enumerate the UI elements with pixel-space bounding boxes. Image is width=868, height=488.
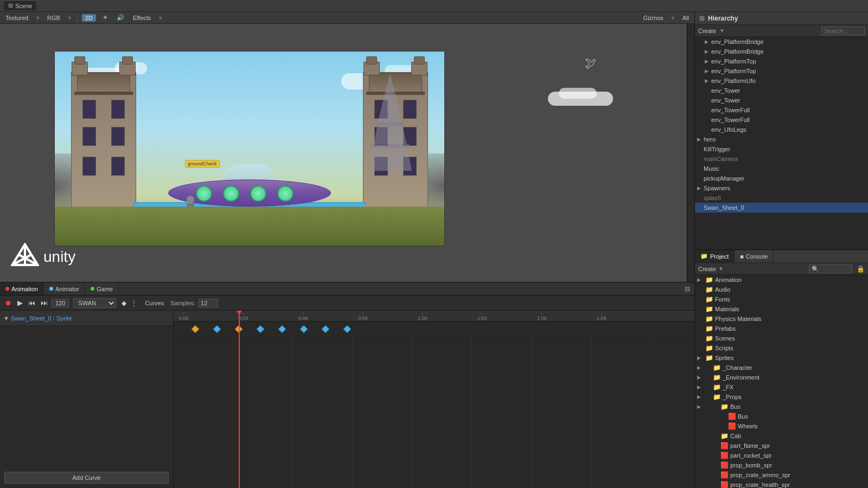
keyframe-4[interactable] xyxy=(278,325,286,332)
add-curve-button[interactable]: Add Curve xyxy=(4,472,169,484)
keyframe-options-btn[interactable]: ⋮ xyxy=(131,299,137,307)
h-item-0[interactable]: ▶ env_PlatformBridge xyxy=(695,37,868,47)
add-keyframe-btn[interactable]: ◆ xyxy=(122,299,126,307)
p-fx[interactable]: ▶ 📁 _FX xyxy=(695,382,868,392)
animation-tab-label: Animation xyxy=(11,286,38,292)
prev-frame-btn[interactable]: ⏮ xyxy=(27,299,37,306)
keyframe-6[interactable] xyxy=(322,325,329,332)
h-item-swan[interactable]: Swan_Sheet_0 xyxy=(695,203,868,213)
rgb-btn[interactable]: RGB xyxy=(45,14,62,22)
h-item-killtrigger[interactable]: KillTrigger xyxy=(695,144,868,154)
tab-animator[interactable]: Animator xyxy=(44,282,85,295)
bus-sprite-icon: 🟥 xyxy=(727,413,736,420)
gizmos-btn[interactable]: Gizmos xyxy=(641,14,666,22)
grid-icon: ⊞ xyxy=(8,2,13,9)
p-bus-sprite[interactable]: 🟥 Bus xyxy=(695,412,868,421)
h-item-spawners[interactable]: ▶ Spawners xyxy=(695,183,868,193)
p-scripts[interactable]: 📁 Scripts xyxy=(695,343,868,353)
p-physics[interactable]: 📁 Physics Materials xyxy=(695,314,868,324)
h-item-4[interactable]: ▶ env_PlatformUfo xyxy=(695,76,868,86)
h-item-2[interactable]: ▶ env_PlatformTop xyxy=(695,56,868,66)
keyframe-7[interactable] xyxy=(343,325,351,332)
p-fonts[interactable]: 📁 Fonts xyxy=(695,294,868,304)
audio-icon[interactable]: 🔊 xyxy=(114,14,126,22)
h-item-7[interactable]: env_TowerFull xyxy=(695,105,868,115)
record-btn[interactable]: ⏺ xyxy=(3,299,14,306)
keyframe-5[interactable] xyxy=(300,325,308,332)
tab-console[interactable]: ■ Console xyxy=(735,250,774,262)
keyframe-0[interactable] xyxy=(192,325,199,332)
hierarchy-create-btn[interactable]: Create xyxy=(698,28,716,34)
panel-minimize-btn[interactable]: ⊟ xyxy=(680,285,694,293)
keyframe-track[interactable] xyxy=(174,322,694,337)
p-scenes[interactable]: 📁 Scenes xyxy=(695,333,868,343)
environment-folder-icon: 📁 xyxy=(712,374,721,381)
animation-timeline[interactable]: 0:00 0:03 0:06 0:09 1:00 1:03 1:06 1:09 xyxy=(174,311,694,488)
project-search[interactable] xyxy=(809,265,852,273)
project-create-arrow[interactable]: ▼ xyxy=(718,266,724,272)
rocket-sprite-icon: 🟥 xyxy=(720,452,729,459)
project-tabs: 📁 Project ■ Console xyxy=(695,250,868,263)
p-wheels-sprite[interactable]: 🟥 Wheels xyxy=(695,421,868,431)
animation-tracks: ▼ Swan_Sheet_0 / Sprite Add Curve xyxy=(0,311,174,488)
project-create-btn[interactable]: Create xyxy=(698,266,716,272)
h-item-maincam[interactable]: mainCamera xyxy=(695,154,868,164)
all-search-btn[interactable]: All xyxy=(680,14,691,22)
h-item-hero[interactable]: ▶ hero xyxy=(695,134,868,144)
samples-input[interactable] xyxy=(199,299,218,307)
p-bus-folder[interactable]: ▶ 📁 Bus xyxy=(695,402,868,412)
p-sprites[interactable]: ▶ 📁 Sprites xyxy=(695,353,868,363)
hierarchy-search[interactable] xyxy=(821,27,865,35)
keyframe-1[interactable] xyxy=(213,325,221,332)
p-bomb[interactable]: 🟥 prop_bomb_spr xyxy=(695,460,868,470)
tab-project[interactable]: 📁 Project xyxy=(695,250,735,262)
p-cab[interactable]: 📁 Cab xyxy=(695,431,868,441)
p-animation[interactable]: ▶ 📁 Animation xyxy=(695,275,868,285)
p-environment[interactable]: ▶ 📁 _Environment xyxy=(695,373,868,382)
project-lock-icon[interactable]: 🔒 xyxy=(857,265,865,273)
project-tab-label: Project xyxy=(710,253,729,260)
h-item-5[interactable]: env_Tower xyxy=(695,86,868,95)
h-expand-spawners: ▶ xyxy=(697,185,703,191)
h-item-pickup[interactable]: pickupManager xyxy=(695,174,868,183)
hierarchy-grid-icon: ⊞ xyxy=(699,15,705,22)
h-item-music[interactable]: Music xyxy=(695,164,868,174)
scene-tab[interactable]: ⊞ Scene xyxy=(3,1,37,11)
clip-selector[interactable]: SWAN xyxy=(73,298,116,308)
h-item-splash[interactable]: splash xyxy=(695,193,868,203)
textured-btn[interactable]: Textured xyxy=(3,14,30,22)
p-audio[interactable]: 📁 Audio xyxy=(695,285,868,294)
effects-btn[interactable]: Effects xyxy=(131,14,153,22)
prefabs-folder-icon: 📁 xyxy=(705,325,713,332)
p-flame[interactable]: 🟥 part_flame_spr xyxy=(695,441,868,451)
play-btn[interactable]: ▶ xyxy=(16,299,24,306)
right-panel: ⊞ Hierarchy Create ▼ ▶ env_PlatformBridg… xyxy=(694,12,868,488)
h-item-1[interactable]: ▶ env_PlatformBridge xyxy=(695,47,868,56)
p-crate-health[interactable]: 🟥 prop_crate_health_spr xyxy=(695,480,868,488)
p-materials[interactable]: 📁 Materials xyxy=(695,304,868,314)
next-frame-btn[interactable]: ⏭ xyxy=(39,299,49,306)
hierarchy-create-arrow[interactable]: ▼ xyxy=(719,28,725,34)
p-character[interactable]: ▶ 📁 _Character xyxy=(695,363,868,373)
p-crate-ammo[interactable]: 🟥 prop_crate_ammo_spr xyxy=(695,470,868,480)
keyframe-3[interactable] xyxy=(257,325,264,332)
h-expand-2: ▶ xyxy=(705,59,710,64)
sun-icon[interactable]: ☀ xyxy=(100,14,110,22)
h-item-8[interactable]: env_TowerFull xyxy=(695,115,868,125)
h-item-9[interactable]: env_UfoLegs xyxy=(695,125,868,134)
scroll-right[interactable] xyxy=(687,24,694,282)
p-prefabs[interactable]: 📁 Prefabs xyxy=(695,324,868,333)
hierarchy-title: Hierarchy xyxy=(708,15,738,22)
h-item-6[interactable]: env_Tower xyxy=(695,95,868,105)
p-props[interactable]: ▶ 📁 _Props xyxy=(695,392,868,402)
keyframe-2[interactable] xyxy=(235,325,242,332)
tab-game[interactable]: Game xyxy=(85,282,119,295)
scene-title: Scene xyxy=(15,3,32,9)
game-tab-label: Game xyxy=(97,286,113,292)
h-item-3[interactable]: ▶ env_PlatformTop xyxy=(695,66,868,76)
twod-btn[interactable]: 2D xyxy=(82,14,96,22)
scene-toolbar: Textured ▼ RGB ▼ 2D ☀ 🔊 Effects ▼ Gizmos… xyxy=(0,12,694,24)
p-rocket[interactable]: 🟥 part_rocket_spr xyxy=(695,451,868,460)
tab-animation[interactable]: Animation xyxy=(0,282,44,295)
empty-timeline xyxy=(174,337,694,488)
